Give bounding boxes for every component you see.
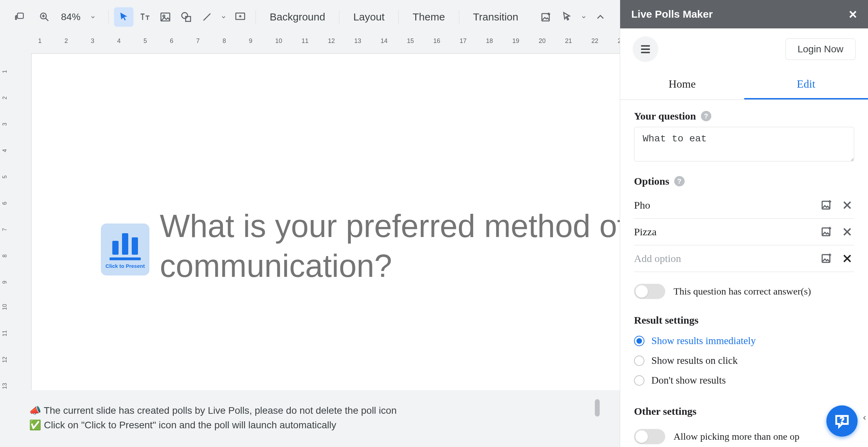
comment-button[interactable] [231, 7, 250, 27]
question-input[interactable] [634, 127, 854, 161]
separator [398, 10, 399, 24]
panel-header: Live Polls Maker × [620, 0, 868, 28]
remove-option-icon[interactable] [840, 198, 854, 212]
slide-canvas[interactable]: Click to Present What is your preferred … [31, 53, 620, 390]
line-button[interactable] [197, 7, 217, 27]
slide-title-text[interactable]: What is your preferred method of communi… [160, 206, 620, 286]
main-toolbar: 84% Background Layout [3, 3, 617, 31]
svg-point-10 [842, 422, 843, 423]
option-input-2[interactable] [634, 226, 814, 238]
add-image-icon[interactable] [820, 198, 834, 212]
textbox-button[interactable] [135, 7, 154, 27]
help-fab-button[interactable] [826, 405, 858, 437]
add-image-icon[interactable] [820, 225, 834, 239]
line-dropdown-icon[interactable] [218, 14, 229, 20]
cursor-share-button[interactable] [557, 7, 577, 27]
option-row [634, 219, 854, 245]
correct-answer-label: This question has correct answer(s) [674, 286, 811, 297]
clear-option-icon[interactable] [840, 252, 854, 265]
correct-answer-toggle[interactable] [634, 284, 665, 299]
paint-format-button[interactable] [10, 7, 29, 27]
vertical-ruler: 1234567891011121314 [0, 34, 17, 390]
help-icon[interactable]: ? [701, 111, 711, 121]
zoom-button[interactable] [35, 7, 54, 27]
svg-rect-4 [186, 17, 191, 21]
login-button[interactable]: Login Now [785, 38, 856, 60]
cursor-dropdown-icon[interactable] [578, 14, 589, 20]
layout-button[interactable]: Layout [345, 7, 393, 27]
svg-point-3 [182, 12, 188, 18]
separator [459, 10, 459, 24]
panel-title: Live Polls Maker [631, 8, 713, 20]
zoom-dropdown-icon[interactable] [87, 14, 98, 20]
radio-icon [634, 336, 644, 346]
notice-line-2: ✅ Click on "Click to Present" icon and t… [29, 418, 591, 432]
background-button[interactable]: Background [261, 7, 333, 27]
allow-multiple-label: Allow picking more than one op [674, 431, 799, 442]
help-icon[interactable]: ? [674, 176, 685, 186]
collapse-toolbar-button[interactable] [591, 7, 610, 27]
poll-icon-label: Click to Present [105, 263, 145, 269]
collapse-panel-icon[interactable] [860, 407, 868, 428]
option-row [634, 192, 854, 219]
shape-button[interactable] [176, 7, 196, 27]
question-section-label: Your question ? [634, 110, 854, 122]
tab-home[interactable]: Home [620, 70, 744, 99]
notice-bar: 📣 The current slide has created polls by… [17, 394, 603, 441]
allow-multiple-toggle[interactable] [634, 429, 665, 444]
add-option-input[interactable] [634, 253, 814, 264]
insert-image-button[interactable] [537, 7, 556, 27]
notice-scrollbar[interactable] [595, 399, 600, 417]
remove-option-icon[interactable] [840, 225, 854, 239]
close-panel-button[interactable]: × [849, 7, 857, 21]
panel-tabs: Home Edit [620, 70, 868, 100]
transition-button[interactable]: Transition [465, 7, 527, 27]
live-polls-panel: Live Polls Maker × Login Now Home Edit Y… [620, 0, 868, 447]
poll-present-icon[interactable]: Click to Present [101, 224, 149, 275]
radio-show-on-click[interactable]: Show results on click [634, 351, 854, 370]
radio-dont-show[interactable]: Don't show results [634, 370, 854, 390]
theme-button[interactable]: Theme [404, 7, 453, 27]
add-image-icon[interactable] [820, 252, 834, 265]
other-settings-label: Other settings [634, 405, 854, 417]
bar-chart-icon [112, 230, 138, 255]
menu-button[interactable] [633, 36, 658, 62]
notice-line-1: 📣 The current slide has created polls by… [29, 403, 591, 418]
separator [339, 10, 339, 24]
option-row-add [634, 245, 854, 272]
select-tool-button[interactable] [114, 7, 133, 27]
option-input-1[interactable] [634, 199, 814, 211]
radio-icon [634, 375, 644, 386]
radio-show-immediately[interactable]: Show results immediately [634, 331, 854, 351]
separator [255, 10, 256, 24]
separator [108, 10, 108, 24]
horizontal-ruler: 1234567891011121314151617181920212223242… [17, 34, 620, 50]
result-settings-label: Result settings [634, 314, 854, 326]
tab-edit[interactable]: Edit [744, 70, 868, 99]
svg-point-2 [163, 15, 165, 17]
image-button[interactable] [156, 7, 175, 27]
radio-icon [634, 356, 644, 366]
zoom-value[interactable]: 84% [57, 11, 85, 23]
options-section-label: Options ? [634, 175, 854, 187]
